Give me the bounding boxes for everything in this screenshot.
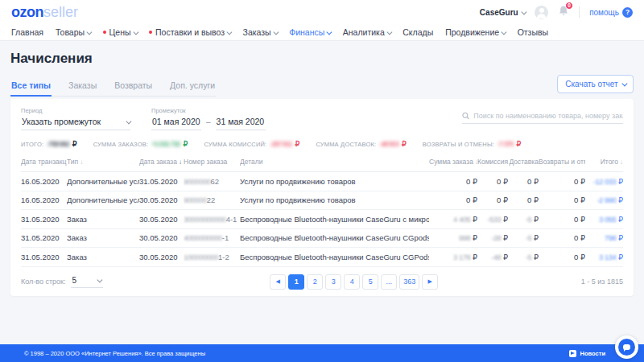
page-ellipsis[interactable]: ... (381, 274, 397, 290)
nav-item-glavnaya[interactable]: Главная (11, 27, 43, 37)
cell-order-number: 1000000001-2 (184, 253, 240, 261)
rows-per-page-select[interactable]: 5 (71, 276, 103, 288)
date-from-input[interactable]: 01 мая 2020 (151, 116, 201, 130)
notifications-button[interactable]: 0 (558, 5, 569, 20)
cell-total: 798 ₽ (585, 233, 623, 242)
cell-order-date: 30.05.2020 (139, 233, 184, 242)
cell-returns: 0 ₽ (539, 215, 585, 224)
cell-transaction-date: 31.05.2020 (21, 233, 67, 242)
cell-order-sum: 0 ₽ (429, 195, 477, 204)
table-row[interactable]: 16.05.2020 Дополнительные услуги 31.05.2… (21, 172, 623, 191)
tab-returns[interactable]: Возвраты (114, 78, 153, 97)
date-to-input[interactable]: 31 мая 2020 (216, 116, 266, 130)
rows-per-page-label: Кол-во строк: (21, 278, 66, 286)
range-label: Промежуток (151, 107, 266, 114)
ozon-seller-logo[interactable]: ozonseller (11, 5, 78, 19)
cell-details: Беспроводные Bluetooth-наушники CaseGuru… (240, 253, 429, 261)
redacted-amount: -5 (526, 253, 531, 261)
col-order-sum[interactable]: Сумма заказа↓ (429, 158, 477, 166)
col-order-date[interactable]: Дата заказа↓ (139, 158, 184, 166)
cell-transaction-date: 16.05.2020 (21, 195, 67, 204)
period-select[interactable]: Указать промежуток (21, 116, 130, 130)
cell-transaction-date: 31.05.2020 (21, 215, 67, 224)
cell-returns: 0 ₽ (539, 177, 585, 186)
col-total[interactable]: Итого↓ (585, 158, 623, 166)
tab-all-types[interactable]: Все типы (10, 78, 52, 97)
cell-order-number: 300000000004-1 (184, 215, 240, 224)
page-button-5[interactable]: 5 (362, 274, 378, 290)
cell-type: Заказ (67, 233, 139, 242)
col-details: Детали (240, 158, 429, 166)
redacted-amount: -533 (487, 215, 501, 224)
chevron-down-icon (273, 29, 278, 34)
cell-delivery: 0 ₽ (508, 177, 539, 186)
nav-item-finansy[interactable]: Финансы (289, 27, 331, 37)
download-report-button[interactable]: Скачать отчет (557, 75, 634, 93)
sort-arrow-icon: ↓ (179, 158, 182, 166)
pagination-range: 1 - 5 из 1815 (581, 278, 623, 286)
search-input[interactable] (473, 112, 623, 120)
account-menu[interactable]: CaseGuru (480, 8, 525, 17)
divider (579, 6, 580, 18)
cell-returns: 0 ₽ (539, 195, 585, 204)
nav-item-tseny[interactable]: Цены (103, 27, 137, 37)
cell-order-sum: 4 405 ₽ (429, 215, 477, 224)
nav-item-tovary[interactable]: Товары (56, 27, 91, 37)
page-button-1[interactable]: 1 (288, 274, 304, 290)
nav-item-zakazy[interactable]: Заказы (243, 27, 278, 37)
chevron-down-icon (87, 29, 92, 34)
cell-details: Беспроводные Bluetooth-наушники CaseGuru… (240, 215, 429, 224)
redacted-total: -12 033 (593, 177, 617, 186)
question-mark-icon: ? (622, 7, 633, 18)
redacted-order-number: 900000 (184, 195, 207, 204)
tab-orders[interactable]: Заказы (68, 78, 97, 97)
page-button-3[interactable]: 3 (325, 274, 341, 290)
redacted-amount: 998 (459, 233, 470, 242)
rows-per-page: Кол-во строк: 5 (21, 276, 103, 288)
redacted-order-number: 4000000000 (184, 233, 222, 242)
user-avatar-icon[interactable] (535, 6, 548, 19)
nav-item-sklady[interactable]: Склады (402, 27, 433, 37)
redacted-amount: -48 (491, 253, 501, 261)
accruals-panel: Период Указать промежуток Промежуток 01 … (10, 99, 634, 296)
help-link[interactable]: помощь ? (589, 7, 633, 18)
nav-item-postavki[interactable]: Поставки и вывоз (149, 27, 231, 37)
table-row[interactable]: 31.05.2020 Заказ 30.05.2020 1000000001-2… (21, 248, 623, 267)
redacted-order-number: 30000000000 (184, 215, 226, 224)
prev-page-button[interactable]: ◀ (270, 274, 286, 290)
col-type[interactable]: Тип↓ (67, 158, 139, 166)
page-button-363[interactable]: 363 (399, 274, 419, 290)
chevron-down-icon (502, 29, 506, 34)
redacted-amount: -48 503 (379, 140, 398, 148)
cell-order-sum: 998 ₽ (429, 233, 477, 242)
cell-order-date: 30.05.2020 (139, 195, 184, 204)
redacted-amount: -7 370 (497, 140, 514, 148)
news-link[interactable]: Новости (569, 350, 605, 357)
notification-badge: 0 (565, 2, 573, 10)
summary-orders: СУММА ЗАКАЗОВ: +1 031 732 ₽ (93, 140, 188, 148)
totals-summary: ИТОГО: -758 992 ₽ СУММА ЗАКАЗОВ: +1 031 … (21, 140, 623, 148)
page-button-4[interactable]: 4 (344, 274, 360, 290)
chevron-down-icon (97, 277, 102, 282)
cell-total: 3 055 ₽ (585, 215, 623, 224)
chat-fab-button[interactable] (615, 335, 638, 359)
next-page-button[interactable]: ▶ (422, 274, 438, 290)
table-row[interactable]: 16.05.2020 Дополнительные услуги 30.05.2… (21, 191, 623, 211)
period-label: Период (21, 107, 130, 114)
search-field[interactable] (462, 112, 623, 124)
nav-item-prodvizhenie[interactable]: Продвижение (445, 27, 505, 37)
table-row[interactable]: 31.05.2020 Заказ 30.05.2020 300000000004… (21, 210, 623, 229)
page-button-2[interactable]: 2 (307, 274, 323, 290)
nav-item-otzyvy[interactable]: Отзывы (518, 27, 548, 37)
cell-returns: 0 ₽ (539, 233, 585, 242)
tab-extra-services[interactable]: Доп. услуги (169, 78, 216, 97)
nav-item-analitika[interactable]: Аналитика (343, 27, 390, 37)
table-row[interactable]: 31.05.2020 Заказ 30.05.2020 4000000000-1… (21, 229, 623, 249)
chevron-down-icon (327, 29, 332, 34)
col-order-number: Номер заказа (184, 158, 240, 166)
copyright-text: © 1998 – 2020 ООО «Интернет Решения». Вс… (24, 350, 205, 357)
cell-order-sum: 3 178 ₽ (429, 253, 477, 261)
chevron-down-icon (227, 29, 232, 34)
alert-dot-icon (103, 31, 106, 34)
cell-details: Беспроводные Bluetooth-наушники CaseGuru… (240, 233, 429, 242)
